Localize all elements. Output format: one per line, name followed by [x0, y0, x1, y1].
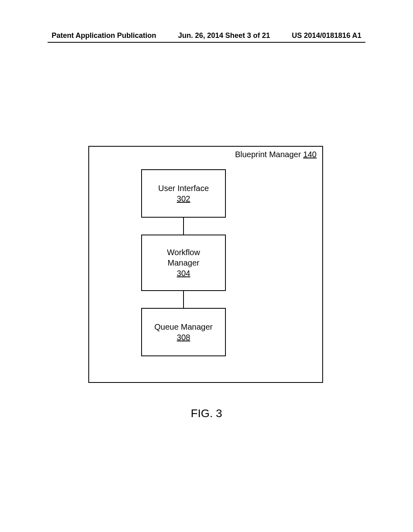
header-divider	[48, 42, 365, 43]
block-label-line2: Manager	[168, 258, 200, 268]
user-interface-block: User Interface 302	[141, 169, 226, 218]
container-ref-num: 140	[303, 150, 317, 159]
block-ref-num: 304	[177, 268, 190, 278]
block-ref-num: 302	[177, 193, 190, 204]
sheet-info: Jun. 26, 2014 Sheet 3 of 21	[178, 31, 270, 40]
block-label-line1: Workflow	[167, 247, 200, 258]
queue-manager-block: Queue Manager 308	[141, 308, 226, 356]
block-label: User Interface	[158, 183, 209, 193]
container-title: Blueprint Manager 140	[235, 150, 317, 159]
workflow-manager-block: Workflow Manager 304	[141, 235, 226, 291]
blueprint-manager-container: Blueprint Manager 140 User Interface 302…	[88, 146, 323, 383]
publication-type: Patent Application Publication	[52, 31, 156, 40]
container-title-text: Blueprint Manager	[235, 150, 303, 159]
block-ref-num: 308	[177, 332, 190, 343]
block-label: Queue Manager	[154, 322, 213, 332]
patent-number: US 2014/0181816 A1	[292, 31, 361, 40]
connector-line	[183, 218, 184, 235]
figure-caption: FIG. 3	[0, 407, 413, 420]
connector-line	[183, 291, 184, 308]
page-header: Patent Application Publication Jun. 26, …	[0, 31, 413, 40]
